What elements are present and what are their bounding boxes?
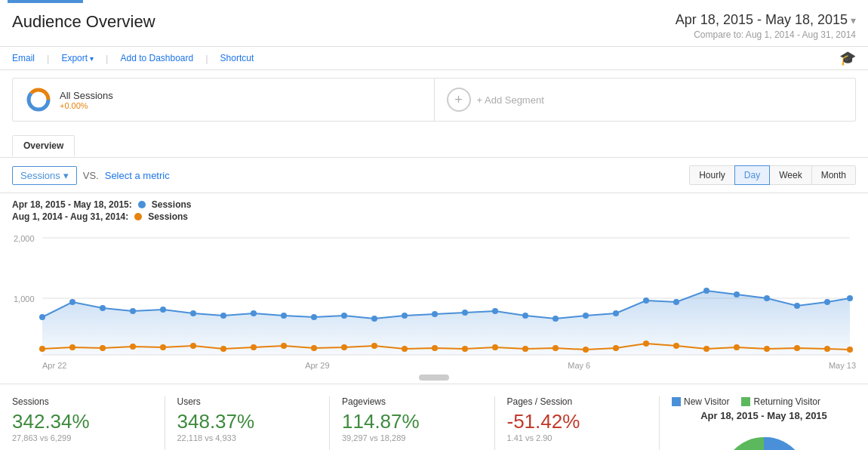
svg-point-59 xyxy=(764,346,770,352)
metric-label: Sessions xyxy=(20,170,60,181)
stat-users-label: Users xyxy=(177,396,318,407)
stat-sessions-percent: 342.34% xyxy=(12,410,152,433)
svg-point-50 xyxy=(492,344,498,350)
email-link[interactable]: Email xyxy=(12,53,35,63)
svg-point-60 xyxy=(794,345,800,351)
time-btn-hourly[interactable]: Hourly xyxy=(689,165,735,185)
stat-pages-compare: 1.41 vs 2.90 xyxy=(507,433,648,442)
time-btn-month[interactable]: Month xyxy=(811,165,856,185)
pie-chart-svg: 24.5% xyxy=(711,426,817,450)
pie-date-range: Apr 18, 2015 - May 18, 2015 xyxy=(672,410,856,421)
help-icon[interactable]: 🎓 xyxy=(839,50,856,66)
metrics-left: Sessions ▾ VS. Select a metric xyxy=(12,166,170,185)
stat-pageviews: Pageviews 114.87% 39,297 vs 18,289 xyxy=(330,396,495,450)
svg-point-61 xyxy=(824,346,830,352)
shortcut-link[interactable]: Shortcut xyxy=(220,53,254,63)
segment-bar: All Sessions +0.00% + + Add Segment xyxy=(12,78,856,122)
date-range-main[interactable]: Apr 18, 2015 - May 18, 2015 ▾ xyxy=(676,12,856,28)
svg-point-31 xyxy=(764,295,770,301)
svg-point-15 xyxy=(281,313,287,319)
date-range-block: Apr 18, 2015 - May 18, 2015 ▾ Compare to… xyxy=(676,12,856,40)
svg-point-12 xyxy=(190,310,196,316)
stat-sessions-label: Sessions xyxy=(12,396,152,407)
svg-point-55 xyxy=(643,341,649,347)
export-dropdown[interactable]: Export ▾ xyxy=(61,53,94,63)
new-visitor-label: New Visitor xyxy=(684,396,729,407)
overview-tabs: Overview xyxy=(0,129,868,157)
svg-point-26 xyxy=(613,310,619,316)
stat-sessions: Sessions 342.34% 27,863 vs 6,299 xyxy=(12,396,165,450)
svg-text:2,000: 2,000 xyxy=(14,234,35,243)
export-link[interactable]: Export xyxy=(61,53,88,63)
stat-pageviews-chart xyxy=(342,445,482,450)
svg-point-51 xyxy=(522,346,528,352)
stat-users: Users 348.37% 22,118 vs 4,933 xyxy=(165,396,331,450)
svg-point-24 xyxy=(553,316,559,322)
svg-point-29 xyxy=(703,288,709,294)
svg-point-9 xyxy=(100,305,106,311)
svg-point-41 xyxy=(220,346,226,352)
legend-dot-1 xyxy=(138,201,146,208)
svg-point-13 xyxy=(220,313,226,319)
legend-label-1: Apr 18, 2015 - May 18, 2015: xyxy=(12,199,132,210)
tab-overview[interactable]: Overview xyxy=(12,135,75,157)
svg-point-33 xyxy=(824,299,830,305)
svg-point-42 xyxy=(251,344,257,350)
svg-point-43 xyxy=(281,343,287,349)
add-segment-item[interactable]: + + Add Segment xyxy=(435,79,856,121)
stat-pageviews-compare: 39,297 vs 18,289 xyxy=(342,433,482,442)
svg-point-25 xyxy=(583,313,589,319)
svg-point-16 xyxy=(311,314,317,320)
add-dashboard-link[interactable]: Add to Dashboard xyxy=(120,53,193,63)
all-sessions-segment[interactable]: All Sessions +0.00% xyxy=(13,79,435,121)
export-arrow: ▾ xyxy=(90,54,94,63)
svg-point-40 xyxy=(190,343,196,349)
segment-name: All Sessions xyxy=(60,90,113,101)
svg-point-46 xyxy=(371,343,377,349)
date-range-dropdown-arrow[interactable]: ▾ xyxy=(851,14,856,26)
time-btn-day[interactable]: Day xyxy=(734,165,770,185)
time-btn-week[interactable]: Week xyxy=(769,165,811,185)
date-range-compare: Compare to: Aug 1, 2014 - Aug 31, 2014 xyxy=(676,29,856,40)
svg-point-54 xyxy=(613,345,619,351)
svg-point-58 xyxy=(734,344,740,350)
svg-point-39 xyxy=(160,344,166,350)
page-title: Audience Overview xyxy=(12,12,155,32)
stat-sessions-compare: 27,863 vs 6,299 xyxy=(12,433,152,442)
add-segment-button[interactable]: + + Add Segment xyxy=(447,88,544,112)
svg-point-7 xyxy=(39,314,45,320)
svg-point-62 xyxy=(847,347,853,353)
stat-users-chart xyxy=(177,445,318,450)
stat-users-compare: 22,118 vs 4,933 xyxy=(177,433,318,442)
select-metric-link[interactable]: Select a metric xyxy=(105,170,170,181)
legend-dot-2 xyxy=(134,213,142,220)
pie-legend: New Visitor Returning Visitor xyxy=(672,396,856,407)
svg-point-37 xyxy=(100,345,106,351)
metric-dropdown[interactable]: Sessions ▾ xyxy=(12,166,77,185)
stat-pages-chart xyxy=(507,445,648,450)
stat-pages-session: Pages / Session -51.42% 1.41 vs 2.90 xyxy=(495,396,660,450)
segment-donut xyxy=(25,86,52,113)
pie-legend-new: New Visitor xyxy=(672,396,729,407)
svg-point-44 xyxy=(311,345,317,351)
svg-point-8 xyxy=(69,299,75,305)
svg-point-57 xyxy=(703,346,709,352)
svg-point-20 xyxy=(432,311,438,317)
chart-area: 2,000 1,000 xyxy=(0,227,868,362)
svg-point-19 xyxy=(402,313,408,319)
metric-dropdown-arrow: ▾ xyxy=(63,170,69,181)
stat-sessions-chart xyxy=(12,445,152,450)
svg-point-10 xyxy=(130,308,136,314)
svg-point-35 xyxy=(39,346,45,352)
svg-point-48 xyxy=(432,345,438,351)
date-range-text: Apr 18, 2015 - May 18, 2015 xyxy=(676,12,848,28)
header: Audience Overview Apr 18, 2015 - May 18,… xyxy=(0,3,868,46)
main-chart: 2,000 1,000 xyxy=(12,227,856,362)
stat-pageviews-label: Pageviews xyxy=(342,396,482,407)
svg-point-49 xyxy=(462,346,468,352)
scrollbar-thumb[interactable] xyxy=(419,374,449,381)
svg-point-38 xyxy=(130,344,136,350)
legend-label-2: Aug 1, 2014 - Aug 31, 2014: xyxy=(12,211,128,222)
pie-section: New Visitor Returning Visitor Apr 18, 20… xyxy=(660,396,856,450)
metrics-row: Sessions ▾ VS. Select a metric Hourly Da… xyxy=(0,157,868,193)
